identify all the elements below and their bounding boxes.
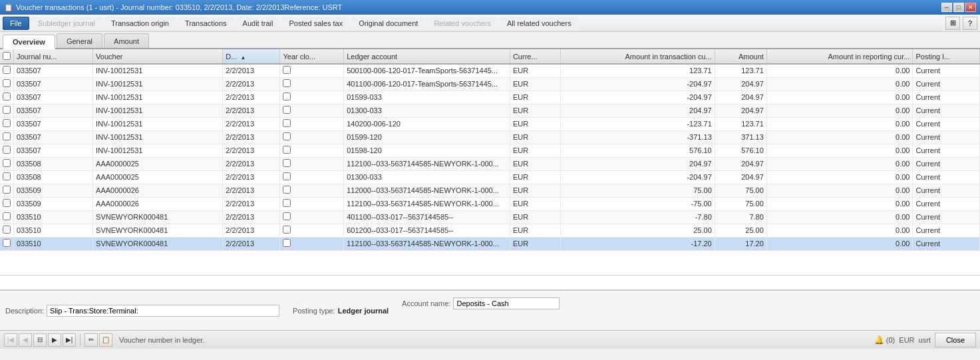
menu-transactions[interactable]: Transactions xyxy=(178,17,234,30)
menu-all-related-vouchers[interactable]: All related vouchers xyxy=(500,17,579,30)
row-check-cell[interactable] xyxy=(0,224,14,237)
year-close-checkbox[interactable] xyxy=(283,132,291,140)
row-check-cell[interactable] xyxy=(0,144,14,157)
row-checkbox[interactable] xyxy=(3,66,11,74)
menu-audit-trail[interactable]: Audit trail xyxy=(236,17,281,30)
row-checkbox[interactable] xyxy=(3,79,11,87)
nav-play-button[interactable]: ▶ xyxy=(48,333,61,347)
header-year-close[interactable]: Year clo... xyxy=(280,49,344,64)
year-close-checkbox[interactable] xyxy=(283,172,291,180)
table-row[interactable]: 033507INV-100125312/2/2013401100-006-120… xyxy=(0,77,980,90)
row-check-cell[interactable] xyxy=(0,184,14,197)
tab-overview[interactable]: Overview xyxy=(3,35,55,49)
table-row[interactable]: 033509AAA00000262/2/2013112100--033-5637… xyxy=(0,197,980,210)
cell-posting: Current xyxy=(913,64,980,77)
row-check-cell[interactable] xyxy=(0,90,14,104)
nav-prev-button[interactable]: ◀ xyxy=(19,333,32,347)
row-checkbox[interactable] xyxy=(3,226,11,234)
cell-currency: EUR xyxy=(510,197,560,210)
table-row[interactable]: 033509AAA00000262/2/2013112000--033-5637… xyxy=(0,184,980,197)
year-close-checkbox[interactable] xyxy=(283,119,291,127)
row-checkbox[interactable] xyxy=(3,199,11,207)
table-row[interactable]: 033510SVNEWYORK0004812/2/2013112100--033… xyxy=(0,237,980,250)
row-check-cell[interactable] xyxy=(0,170,14,184)
row-checkbox[interactable] xyxy=(3,186,11,194)
tab-amount[interactable]: Amount xyxy=(104,33,149,48)
row-checkbox[interactable] xyxy=(3,212,11,220)
restore-button[interactable]: □ xyxy=(953,3,964,12)
row-checkbox[interactable] xyxy=(3,132,11,140)
row-check-cell[interactable] xyxy=(0,117,14,130)
row-checkbox[interactable] xyxy=(3,172,11,180)
row-check-cell[interactable] xyxy=(0,77,14,90)
table-container[interactable]: Journal nu... Voucher D... ▲ Year clo...… xyxy=(0,49,980,275)
tab-general[interactable]: General xyxy=(57,33,102,48)
year-close-checkbox[interactable] xyxy=(283,146,291,154)
header-amount[interactable]: Amount xyxy=(715,49,766,64)
year-close-checkbox[interactable] xyxy=(283,212,291,220)
year-close-checkbox[interactable] xyxy=(283,92,291,100)
table-row[interactable]: 033507INV-100125312/2/201301598-120EUR57… xyxy=(0,144,980,157)
window-close-button[interactable]: ✕ xyxy=(965,3,976,12)
year-close-checkbox[interactable] xyxy=(283,79,291,87)
nav-grid-button[interactable]: ⊟ xyxy=(33,333,47,347)
table-row[interactable]: 033508AAA00000252/2/2013112100--033-5637… xyxy=(0,157,980,170)
table-row[interactable]: 033508AAA00000252/2/201301300-033EUR-204… xyxy=(0,170,980,184)
grid-view-button[interactable]: ⊞ xyxy=(945,17,960,30)
transactions-table: Journal nu... Voucher D... ▲ Year clo...… xyxy=(0,49,980,251)
description-input[interactable] xyxy=(47,305,279,317)
account-name-input[interactable] xyxy=(453,297,560,309)
year-close-checkbox[interactable] xyxy=(283,239,291,247)
minimize-button[interactable]: ─ xyxy=(941,3,952,12)
nav-first-button[interactable]: |◀ xyxy=(4,333,17,347)
table-row[interactable]: 033507INV-100125312/2/2013500100-006-120… xyxy=(0,64,980,77)
table-row[interactable]: 033507INV-100125312/2/2013140200-006-120… xyxy=(0,117,980,130)
header-ledger-account[interactable]: Ledger account xyxy=(344,49,510,64)
nav-last-button[interactable]: ▶| xyxy=(63,333,76,347)
header-journal-num[interactable]: Journal nu... xyxy=(14,49,93,64)
row-checkbox[interactable] xyxy=(3,146,11,154)
nav-edit-button[interactable]: ✏ xyxy=(84,333,98,347)
nav-copy-button[interactable]: 📋 xyxy=(99,333,112,347)
close-button[interactable]: Close xyxy=(935,333,976,347)
menu-transaction-origin[interactable]: Transaction origin xyxy=(104,17,176,30)
table-row[interactable]: 033507INV-100125312/2/201301300-033EUR20… xyxy=(0,104,980,117)
help-button[interactable]: ? xyxy=(963,17,977,30)
row-check-cell[interactable] xyxy=(0,237,14,250)
header-amount-transaction[interactable]: Amount in transaction cu... xyxy=(560,49,715,64)
header-check[interactable] xyxy=(0,49,14,64)
menu-original-document[interactable]: Original document xyxy=(351,17,425,30)
cell-journal_num: 033507 xyxy=(14,77,93,90)
year-close-checkbox[interactable] xyxy=(283,106,291,114)
posting-type-label: Posting type: xyxy=(293,307,335,315)
row-check-cell[interactable] xyxy=(0,130,14,144)
table-row[interactable]: 033507INV-100125312/2/201301599-033EUR-2… xyxy=(0,90,980,104)
year-close-checkbox[interactable] xyxy=(283,159,291,167)
table-row[interactable]: 033510SVNEWYORK0004812/2/2013401100--033… xyxy=(0,210,980,224)
menu-file[interactable]: File xyxy=(3,17,29,30)
year-close-checkbox[interactable] xyxy=(283,186,291,194)
row-check-cell[interactable] xyxy=(0,210,14,224)
header-currency[interactable]: Curre... xyxy=(510,49,560,64)
row-check-cell[interactable] xyxy=(0,197,14,210)
cell-amount: 25.00 xyxy=(715,224,766,237)
menu-posted-sales-tax[interactable]: Posted sales tax xyxy=(281,17,350,30)
table-row[interactable]: 033510SVNEWYORK0004812/2/2013601200--033… xyxy=(0,224,980,237)
select-all-checkbox[interactable] xyxy=(3,52,11,60)
header-date[interactable]: D... ▲ xyxy=(223,49,280,64)
year-close-checkbox[interactable] xyxy=(283,66,291,74)
header-voucher[interactable]: Voucher xyxy=(93,49,223,64)
year-close-checkbox[interactable] xyxy=(283,199,291,207)
row-checkbox[interactable] xyxy=(3,159,11,167)
row-checkbox[interactable] xyxy=(3,119,11,127)
row-checkbox[interactable] xyxy=(3,239,11,247)
row-check-cell[interactable] xyxy=(0,157,14,170)
row-check-cell[interactable] xyxy=(0,64,14,77)
row-checkbox[interactable] xyxy=(3,106,11,114)
year-close-checkbox[interactable] xyxy=(283,226,291,234)
row-checkbox[interactable] xyxy=(3,92,11,100)
header-amount-reporting[interactable]: Amount in reporting cur... xyxy=(766,49,913,64)
header-posting[interactable]: Posting l... xyxy=(913,49,980,64)
table-row[interactable]: 033507INV-100125312/2/201301599-120EUR-3… xyxy=(0,130,980,144)
row-check-cell[interactable] xyxy=(0,104,14,117)
